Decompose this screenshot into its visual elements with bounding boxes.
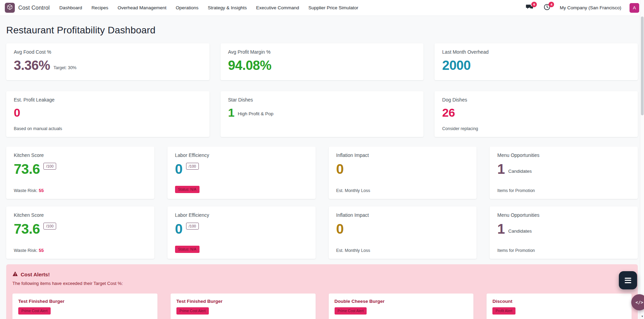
kpi-value: 26 <box>442 107 455 118</box>
nav-item-strategy-insights[interactable]: Strategy & Insights <box>208 5 247 10</box>
kpi-row-1: Avg Food Cost % 3.36% Target: 30% Avg Pr… <box>6 43 638 80</box>
nav-item-operations[interactable]: Operations <box>176 5 198 10</box>
status-badge: Status: N/A <box>175 246 200 253</box>
alert-card: Test Finished Burger Prime Cost Alert <box>171 294 316 319</box>
app-name: Cost Control <box>18 5 50 11</box>
waste-risk-label: Waste Risk: <box>14 248 39 253</box>
scale-badge: /100 <box>186 223 199 230</box>
scale-badge: /100 <box>43 163 56 170</box>
scrollbar-thumb[interactable] <box>641 17 644 115</box>
kpi-value: 1 <box>497 162 505 176</box>
kpi-label: Kitchen Score <box>14 152 147 158</box>
kpi-card-dog-dishes: Dog Dishes 26 Consider replacing <box>435 91 638 137</box>
kpi-card-avg-food-cost: Avg Food Cost % 3.36% Target: 30% <box>6 43 209 80</box>
status-badge: Status: N/A <box>175 186 200 193</box>
kpi-card-labor-efficiency: Labor Efficiency 0 /100 Status: N/A <box>167 147 316 199</box>
alert-item-name: Test Finished Burger <box>18 299 152 304</box>
kpi-label: Inflation Impact <box>336 212 469 218</box>
topbar: Cost Control Dashboard Recipes Overhead … <box>0 0 644 16</box>
nav-item-supplier-price-simulator[interactable]: Supplier Price Simulator <box>308 5 358 10</box>
kpi-footnote: Est. Monthly Loss <box>336 248 469 253</box>
cost-alerts-grid: Test Finished Burger Prime Cost Alert Te… <box>12 294 632 319</box>
kpi-card-profit-leakage: Est. Profit Leakage 0 Based on manual ac… <box>6 91 209 137</box>
kpi-row-3: Kitchen Score 73.6 /100 Waste Risk: 55 L… <box>6 147 638 199</box>
nav-item-dashboard[interactable]: Dashboard <box>59 5 82 10</box>
kpi-value: 3.36% <box>14 59 50 72</box>
vertical-scrollbar[interactable]: ▼ <box>640 0 644 319</box>
kpi-inline-note: Candidates <box>508 228 532 234</box>
hamburger-icon <box>625 278 631 279</box>
kpi-label: Labor Efficiency <box>175 212 308 218</box>
alert-type-badge: Prime Cost Alert <box>176 307 209 315</box>
kpi-target-note: Target: 30% <box>53 65 76 70</box>
kpi-label: Avg Food Cost % <box>14 49 202 55</box>
kpi-value: 94.08% <box>228 59 272 72</box>
user-avatar[interactable]: A <box>630 3 639 13</box>
kpi-inline-note: Candidates <box>508 169 532 174</box>
kpi-footnote: Items for Promotion <box>497 248 630 253</box>
main-nav: Dashboard Recipes Overhead Management Op… <box>59 5 358 10</box>
kpi-value: 0 <box>175 222 183 236</box>
topbar-right: 6 4 My Company (San Francisco) A <box>525 3 639 13</box>
scrollbar-down-arrow[interactable]: ▼ <box>640 315 644 318</box>
alert-item-name: Double Cheese Burger <box>335 299 468 304</box>
cost-alerts-header: Cost Alerts! <box>12 271 632 278</box>
waste-risk-line: Waste Risk: 55 <box>14 248 147 253</box>
scale-badge: /100 <box>186 163 199 170</box>
nav-item-executive-command[interactable]: Executive Command <box>256 5 299 10</box>
waste-risk-line: Waste Risk: 55 <box>14 188 147 193</box>
kpi-row-4: Kitchen Score 73.6 /100 Waste Risk: 55 L… <box>6 206 638 259</box>
alert-item-name: Test Finished Burger <box>176 299 310 304</box>
kpi-card-inflation-impact: Inflation Impact 0 Est. Monthly Loss <box>329 147 477 199</box>
kpi-label: Menu Opportunities <box>497 212 630 218</box>
nav-item-recipes[interactable]: Recipes <box>91 5 108 10</box>
kpi-label: Dog Dishes <box>442 97 630 103</box>
kpi-card-kitchen-score: Kitchen Score 73.6 /100 Waste Risk: 55 <box>6 147 154 199</box>
kpi-footnote: Consider replacing <box>442 126 630 131</box>
scale-badge: /100 <box>43 223 56 230</box>
activities-count-badge: 4 <box>549 2 554 7</box>
warning-triangle-icon <box>12 271 18 278</box>
company-switcher[interactable]: My Company (San Francisco) <box>560 5 621 10</box>
kpi-value: 1 <box>497 222 505 236</box>
waste-risk-value: 55 <box>39 188 43 193</box>
messages-button[interactable]: 6 <box>525 4 534 12</box>
floating-menu-button[interactable] <box>619 271 637 289</box>
cube-icon <box>7 4 13 12</box>
dashboard-content: Restaurant Profitability Dashboard Avg F… <box>0 25 644 319</box>
kpi-value: 0 <box>14 107 20 118</box>
kpi-value: 2000 <box>442 59 471 72</box>
cost-alerts-section: Cost Alerts! The following items have ex… <box>6 264 638 319</box>
kpi-card-labor-efficiency: Labor Efficiency 0 /100 Status: N/A <box>167 206 316 259</box>
kpi-value: 73.6 <box>14 162 40 176</box>
kpi-card-avg-profit-margin: Avg Profit Margin % 94.08% <box>221 43 424 80</box>
kpi-card-menu-opportunities: Menu Opportunities 1 Candidates Items fo… <box>490 147 638 199</box>
activities-button[interactable]: 4 <box>542 4 551 12</box>
alert-card: Discount Profit Alert <box>487 294 632 319</box>
kpi-label: Inflation Impact <box>336 152 469 158</box>
cost-alerts-subtitle: The following items have exceeded their … <box>12 281 632 286</box>
kpi-card-star-dishes: Star Dishes 1 High Profit & Pop <box>221 91 424 137</box>
kpi-value: 0 <box>336 162 344 176</box>
alert-card: Double Cheese Burger Prime Cost Alert <box>329 294 474 319</box>
kpi-row-2: Est. Profit Leakage 0 Based on manual ac… <box>6 91 638 137</box>
kpi-value: 0 <box>175 162 183 176</box>
kpi-label: Menu Opportunities <box>497 152 630 158</box>
page-title: Restaurant Profitability Dashboard <box>6 25 638 36</box>
cost-alerts-title: Cost Alerts! <box>21 272 50 277</box>
kpi-label: Labor Efficiency <box>175 152 308 158</box>
kpi-card-kitchen-score: Kitchen Score 73.6 /100 Waste Risk: 55 <box>6 206 154 259</box>
kpi-value: 0 <box>336 222 344 236</box>
alert-item-name: Discount <box>492 299 626 304</box>
kpi-value: 1 <box>228 107 234 118</box>
kpi-label: Avg Profit Margin % <box>228 49 416 55</box>
waste-risk-value: 55 <box>39 248 43 253</box>
messages-count-badge: 6 <box>531 2 537 7</box>
kpi-footnote: Items for Promotion <box>497 188 630 193</box>
kpi-card-inflation-impact: Inflation Impact 0 Est. Monthly Loss <box>329 206 477 259</box>
nav-item-overhead-management[interactable]: Overhead Management <box>117 5 166 10</box>
kpi-card-last-month-overhead: Last Month Overhead 2000 <box>435 43 638 80</box>
app-logo[interactable] <box>5 3 15 13</box>
kpi-footnote: Est. Monthly Loss <box>336 188 469 193</box>
kpi-label: Kitchen Score <box>14 212 147 218</box>
